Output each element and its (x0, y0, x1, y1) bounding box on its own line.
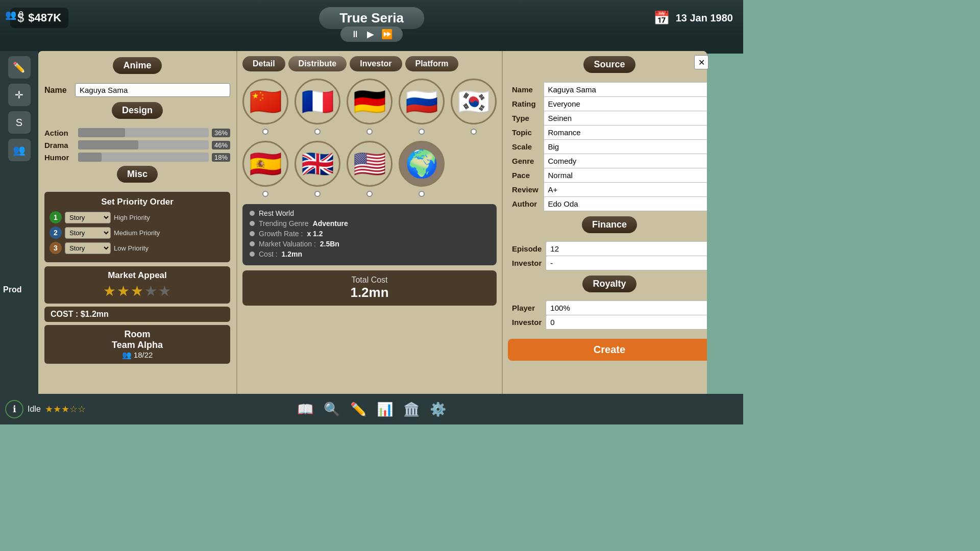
flag-france[interactable]: 🇫🇷 (295, 79, 340, 124)
anime-section-header: Anime (113, 57, 161, 74)
total-cost-value: 1.2mn (248, 285, 492, 300)
source-review-value: A+ (544, 183, 707, 197)
cost-text: COST : $1.2mn (51, 310, 109, 318)
flag-germany[interactable]: 🇩🇪 (347, 79, 393, 124)
flag-item-world[interactable]: 🌍 (399, 141, 445, 197)
flag-item-france[interactable]: 🇫🇷 (295, 79, 340, 135)
humor-pct: 18% (212, 153, 230, 162)
flag-russia[interactable]: 🇷🇺 (399, 79, 445, 124)
source-author-value: Edo Oda (544, 197, 707, 211)
flag-item-russia[interactable]: 🇷🇺 (399, 79, 445, 135)
settings-icon[interactable]: ⚙️ (430, 402, 446, 417)
main-panel: Anime Name Design Action 36% Drama (38, 51, 707, 408)
market-val-row: Market Valuation : 2.5Bn (250, 240, 489, 248)
finance-episode-label: Episode (508, 242, 546, 256)
people-icon[interactable]: 👥 (8, 139, 31, 161)
growth-rate-row: Growth Rate : x 1.2 (250, 230, 489, 238)
flag-item-usa[interactable]: 🇺🇸 (347, 141, 393, 197)
source-pace-row: Pace Normal (508, 168, 707, 183)
source-name-label: Name (508, 83, 544, 97)
create-button[interactable]: Create (508, 339, 707, 361)
playback-controls: ⏸ ▶ ⏩ (340, 27, 403, 42)
growth-value: x 1.2 (307, 230, 323, 238)
humor-bar (78, 153, 209, 162)
left-column: Anime Name Design Action 36% Drama (38, 51, 237, 408)
close-button[interactable]: ✕ (694, 55, 708, 69)
flag-world[interactable]: 🌍 (399, 141, 445, 187)
tab-distribute[interactable]: Distribute (288, 56, 347, 71)
flag-item-spain[interactable]: 🇪🇸 (242, 141, 288, 197)
source-section-header: Source (583, 56, 635, 73)
flag-dot-south-korea (471, 129, 477, 135)
drama-bar (78, 140, 209, 149)
action-stat-row: Action 36% (44, 128, 230, 137)
design-section-header: Design (112, 102, 163, 119)
status-bar: ℹ Idle ★★★☆☆ (0, 394, 102, 424)
workers-display: 👥 0 (5, 9, 23, 20)
chart-icon[interactable]: 📊 (377, 402, 393, 417)
date-display: 13 Jan 1980 (676, 12, 733, 24)
source-name-value: Kaguya Sama (544, 83, 707, 97)
priority-desc-2: Medium Priority (114, 229, 160, 237)
market-appeal-section: Market Appeal ★★★★★ (44, 266, 230, 304)
market-appeal-stars: ★★★★★ (51, 283, 224, 299)
trending-genre-row: Trending Genre Adventure (250, 219, 489, 228)
flag-china[interactable]: 🇨🇳 (242, 79, 288, 124)
workers-icon: 👥 (5, 9, 16, 20)
tab-investor[interactable]: Investor (350, 56, 402, 71)
fastforward-btn[interactable]: ⏩ (381, 29, 393, 40)
market-dot (250, 241, 255, 246)
priority-select-3[interactable]: Story (65, 242, 111, 254)
book-icon[interactable]: 📖 (297, 402, 313, 417)
source-author-label: Author (508, 197, 544, 211)
flag-item-south-korea[interactable]: 🇰🇷 (451, 79, 497, 135)
priority-section: Set Priority Order 1 Story High Priority… (44, 192, 230, 262)
priority-num-2: 2 (50, 227, 62, 239)
rest-world-label: Rest World (259, 209, 294, 217)
edit-icon[interactable]: ✏️ (350, 402, 366, 417)
flag-item-germany[interactable]: 🇩🇪 (347, 79, 393, 135)
flag-item-china[interactable]: 🇨🇳 (242, 79, 288, 135)
finance-episode-row: Episode 12 (508, 242, 707, 256)
bottom-bar: 📖 🔍 ✏️ 📊 🏛️ ⚙️ (0, 394, 743, 424)
priority-select-1[interactable]: Story (65, 212, 111, 223)
cost-info-row: Cost : 1.2mn (250, 250, 489, 258)
pencil-icon[interactable]: ✏️ (8, 56, 31, 79)
finance-investor-label: Investor (508, 256, 546, 270)
s-icon[interactable]: S (8, 111, 31, 134)
status-text: Idle (28, 405, 41, 414)
flag-south-korea[interactable]: 🇰🇷 (451, 79, 497, 124)
middle-column: Detail Distribute Investor Platform 🇨🇳 🇫… (237, 51, 502, 408)
search-icon[interactable]: 🔍 (324, 402, 340, 417)
flag-uk[interactable]: 🇬🇧 (295, 141, 340, 187)
name-input[interactable] (75, 83, 230, 97)
priority-select-2[interactable]: Story (65, 227, 111, 239)
flag-spain[interactable]: 🇪🇸 (242, 141, 288, 187)
calendar-icon: 📅 (653, 10, 670, 26)
move-icon[interactable]: ✛ (8, 84, 31, 106)
workers-count: 0 (18, 10, 23, 20)
priority-row-1: 1 Story High Priority (50, 211, 225, 223)
tab-platform[interactable]: Platform (405, 56, 459, 71)
name-row: Name (44, 83, 230, 97)
action-label: Action (44, 129, 75, 137)
source-topic-row: Topic Romance (508, 126, 707, 140)
flag-dot-russia (419, 129, 425, 135)
flag-item-uk[interactable]: 🇬🇧 (295, 141, 340, 197)
play-btn[interactable]: ▶ (367, 29, 374, 40)
source-review-label: Review (508, 183, 544, 197)
royalty-investor-value: 0 (546, 315, 707, 330)
flag-dot-usa (366, 191, 373, 197)
tab-detail[interactable]: Detail (242, 56, 285, 71)
flag-usa[interactable]: 🇺🇸 (347, 141, 393, 187)
bank-icon[interactable]: 🏛️ (403, 402, 420, 417)
pause-btn[interactable]: ⏸ (351, 29, 360, 40)
market-value: 2.5Bn (320, 240, 339, 248)
source-pace-label: Pace (508, 168, 544, 183)
team-name: Team Alpha (51, 340, 224, 350)
source-type-value: Seinen (544, 111, 707, 126)
flag-dot-world (419, 191, 425, 197)
growth-dot (250, 231, 255, 236)
trending-label: Trending Genre (259, 219, 309, 228)
source-scale-label: Scale (508, 140, 544, 154)
